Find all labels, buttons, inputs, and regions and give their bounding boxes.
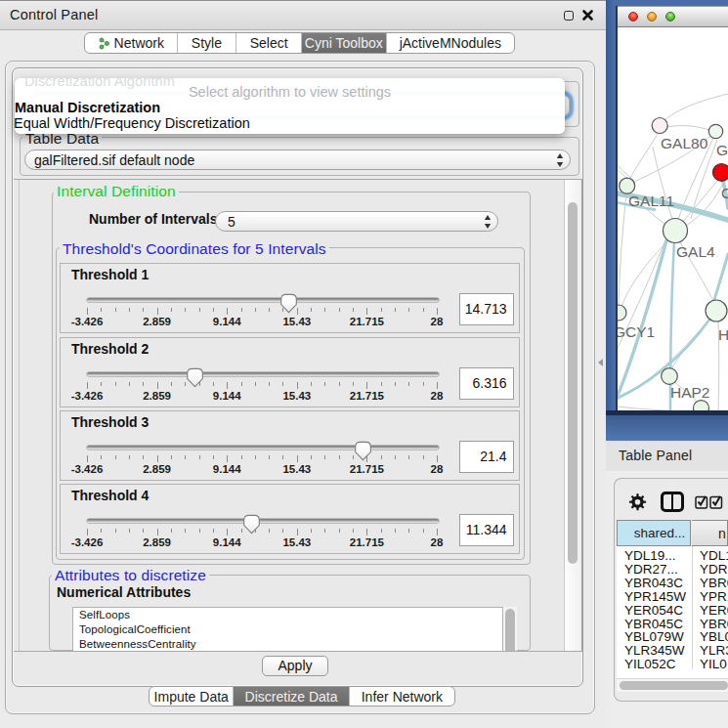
svg-text:GAL11: GAL11 <box>628 193 674 209</box>
svg-text:GAL80: GAL80 <box>661 135 708 151</box>
svg-text:GCY1: GCY1 <box>618 323 655 340</box>
svg-text:GA: GA <box>716 142 728 158</box>
svg-text:H: H <box>718 326 728 343</box>
svg-text:HAP2: HAP2 <box>670 384 710 401</box>
svg-text:C: C <box>721 185 728 201</box>
svg-text:GAL4: GAL4 <box>676 243 715 260</box>
